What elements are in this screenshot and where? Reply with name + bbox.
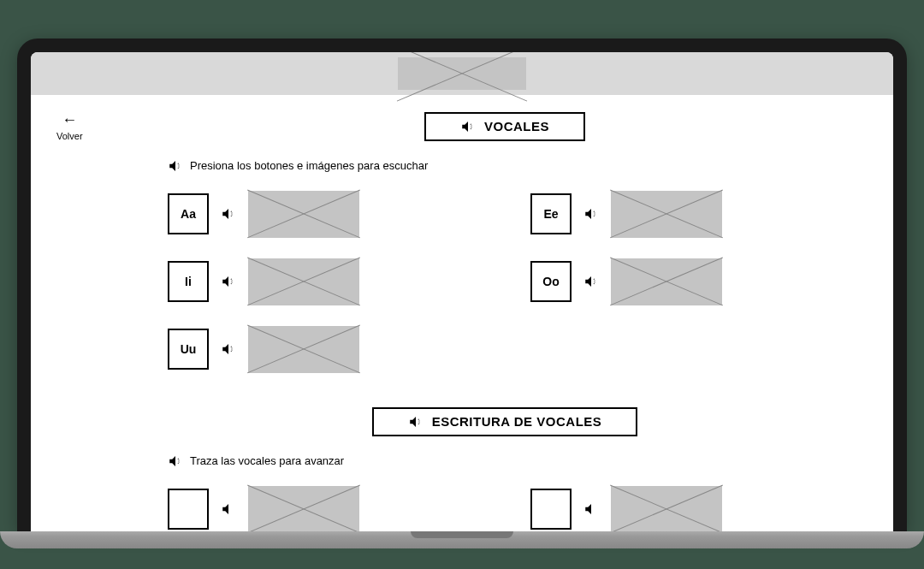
image-placeholder-a[interactable]: [248, 191, 359, 238]
section-title-row-2: ESCRITURA DE VOCALES: [168, 407, 842, 436]
trace-grid: [168, 486, 842, 531]
trace-placeholder[interactable]: [248, 486, 359, 531]
instruction-text-2: Traza las vocales para avanzar: [190, 454, 344, 467]
trace-item: [168, 486, 479, 531]
sound-icon[interactable]: [583, 274, 599, 289]
vowel-button-i[interactable]: Ii: [168, 261, 209, 302]
sound-icon: [408, 414, 424, 430]
content-area: ← Volver VOCALES: [31, 95, 893, 531]
section-title-vocales[interactable]: VOCALES: [424, 112, 585, 141]
back-label: Volver: [56, 131, 83, 141]
vowel-item-o: Oo: [530, 258, 842, 305]
trace-button[interactable]: [168, 489, 209, 530]
vowel-button-u[interactable]: Uu: [168, 329, 209, 370]
sound-icon[interactable]: [168, 453, 183, 469]
laptop-frame: ← Volver VOCALES: [17, 39, 907, 531]
vowel-grid: Aa Ee Ii: [168, 191, 842, 373]
image-placeholder-u[interactable]: [248, 326, 359, 373]
vowel-button-o[interactable]: Oo: [530, 261, 572, 302]
sound-icon[interactable]: [221, 206, 236, 222]
image-placeholder-o[interactable]: [611, 258, 722, 305]
image-placeholder-i[interactable]: [248, 258, 359, 305]
section-title-label-2: ESCRITURA DE VOCALES: [432, 414, 602, 429]
vowel-item-e: Ee: [530, 191, 842, 238]
trace-button[interactable]: [530, 489, 572, 530]
vowel-button-a[interactable]: Aa: [168, 193, 209, 234]
laptop-base: [0, 531, 924, 548]
image-placeholder-e[interactable]: [611, 191, 722, 238]
sound-icon[interactable]: [583, 501, 599, 517]
sound-icon[interactable]: [221, 274, 236, 289]
vowel-item-a: Aa: [168, 191, 479, 238]
back-button[interactable]: ← Volver: [56, 112, 83, 141]
logo-placeholder[interactable]: [398, 57, 526, 90]
sound-icon[interactable]: [583, 206, 599, 222]
instruction-text: Presiona los botones e imágenes para esc…: [190, 159, 428, 172]
sound-icon: [460, 119, 476, 134]
sound-icon[interactable]: [221, 341, 236, 357]
main-content: VOCALES Presiona los botones e imágenes …: [168, 112, 842, 531]
header-bar: [31, 52, 893, 95]
sound-icon[interactable]: [221, 501, 236, 517]
sound-icon[interactable]: [168, 158, 183, 174]
vowel-item-i: Ii: [168, 258, 479, 305]
back-arrow-icon: ←: [56, 112, 83, 127]
trace-placeholder[interactable]: [611, 486, 722, 531]
trace-item: [530, 486, 842, 531]
section-title-row: VOCALES: [168, 112, 842, 141]
instruction-row: Presiona los botones e imágenes para esc…: [168, 158, 842, 174]
vowel-item-u: Uu: [168, 326, 842, 373]
laptop-mockup: ← Volver VOCALES: [17, 39, 907, 548]
section-title-escritura[interactable]: ESCRITURA DE VOCALES: [372, 407, 638, 436]
vowel-button-e[interactable]: Ee: [530, 193, 572, 234]
screen: ← Volver VOCALES: [31, 52, 893, 531]
instruction-row-2: Traza las vocales para avanzar: [168, 453, 842, 469]
section-title-label: VOCALES: [484, 119, 549, 133]
